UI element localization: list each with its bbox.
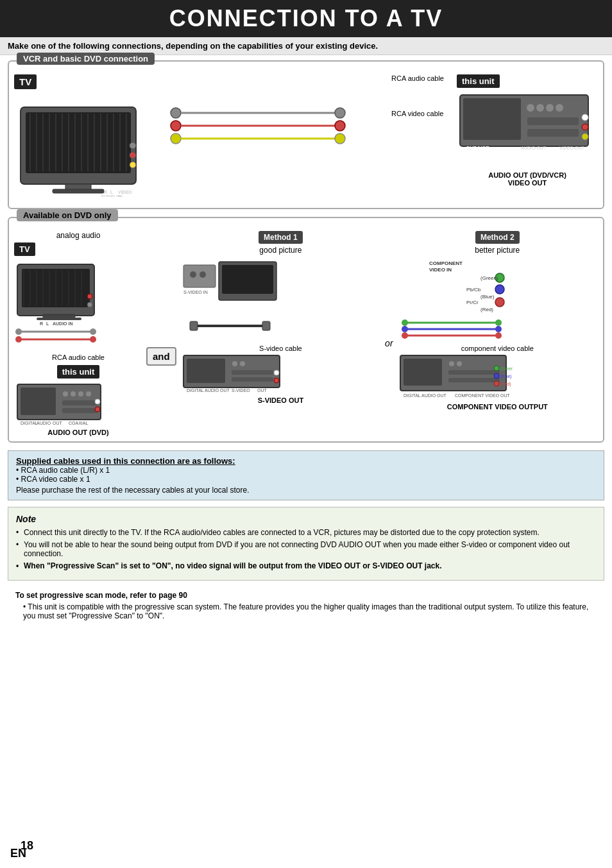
svg-rect-64: [37, 318, 81, 320]
tv-svg: R L VIDEO AUDIO IN IN: [14, 94, 142, 197]
progressive-section: To set progressive scan mode, refer to p…: [8, 587, 604, 624]
svg-text:VIDEO IN: VIDEO IN: [429, 267, 452, 273]
svg-point-72: [15, 328, 22, 335]
svg-point-36: [335, 133, 345, 144]
note-title: Note: [16, 514, 596, 524]
svg-point-114: [495, 285, 504, 294]
svg-text:(Red): (Red): [480, 307, 493, 312]
svg-text:L: L: [110, 190, 114, 194]
note-box: Note Connect this unit directly to the T…: [8, 507, 604, 581]
dvd-unit-svg-analog: DIGITAL AUDIO OUT COAXIAL: [14, 381, 104, 426]
svg-point-34: [335, 108, 345, 118]
svg-rect-19: [53, 189, 104, 193]
svg-point-123: [402, 319, 408, 326]
svg-point-28: [171, 108, 181, 118]
svg-rect-44: [527, 129, 579, 137]
method2-col: Method 2 better picture COMPONENT VIDEO …: [397, 231, 598, 411]
svg-rect-38: [463, 98, 521, 140]
method2-header: Method 2: [475, 231, 520, 244]
svg-point-125: [402, 332, 408, 339]
svg-point-66: [87, 302, 92, 307]
page-wrapper: CONNECTION TO A TV Make one of the follo…: [0, 0, 612, 868]
component-tv-svg: COMPONENT VIDEO IN (Green) Pb/Cb (Blue) …: [397, 259, 513, 316]
vcr-cables-area: RCA audio cable RCA video cable: [157, 74, 449, 203]
svg-text:S-VIDEO IN: S-VIDEO IN: [183, 290, 208, 294]
tv-label: TV: [14, 74, 37, 89]
svg-text:(Blue): (Blue): [500, 374, 512, 379]
cables-info-item-0: • RCA audio cable (L/R) x 1: [16, 466, 596, 475]
svg-rect-92: [183, 265, 216, 287]
svg-text:Pr/Cr: Pr/Cr: [466, 300, 479, 305]
svg-point-126: [495, 319, 502, 326]
cables-info-title: Supplied cables used in this connection …: [16, 456, 596, 466]
svg-point-85: [95, 407, 100, 412]
svg-rect-1: [26, 112, 131, 173]
note-item-0: Connect this unit directly to the TV. If…: [16, 528, 596, 537]
svg-point-124: [402, 326, 408, 332]
svg-rect-100: [187, 359, 225, 383]
dvd-unit-label: this unit: [57, 365, 100, 379]
and-separator: and: [146, 321, 176, 366]
svideo-tv-svg: S-VIDEO IN: [180, 259, 283, 316]
svg-rect-98: [262, 321, 270, 330]
svg-point-93: [190, 271, 196, 278]
svg-text:R: R: [104, 190, 107, 194]
audio-out-dvd-label: AUDIO OUT (DVD): [14, 429, 142, 436]
component-cable: [397, 316, 513, 342]
audio-out-dvd-vcr-label: AUDIO OUT (DVD/VCR) VIDEO OUT: [457, 171, 598, 187]
svg-text:(Blue): (Blue): [480, 294, 495, 300]
svg-point-39: [527, 104, 534, 112]
vcr-cable-svg: [157, 74, 400, 203]
svg-point-21: [130, 152, 136, 158]
method1-sub: good picture: [180, 246, 381, 255]
svg-text:VIDEO: VIDEO: [118, 190, 132, 194]
svg-point-22: [130, 162, 136, 168]
svg-text:COAXIAL: COAXIAL: [69, 421, 88, 425]
rca-video-label: RCA video cable: [391, 110, 449, 117]
svg-point-79: [71, 391, 76, 396]
svg-rect-77: [21, 387, 56, 415]
svg-text:AUDIO IN: AUDIO IN: [53, 321, 73, 325]
svg-text:DIGITAL AUDIO OUT: DIGITAL AUDIO OUT: [187, 388, 230, 393]
svg-text:AUDIO: AUDIO: [37, 421, 51, 425]
svg-rect-91: [222, 265, 273, 294]
dvd-tv-svg: R L AUDIO IN: [14, 261, 104, 325]
svg-point-35: [335, 121, 345, 131]
svg-text:Pb/Cb: Pb/Cb: [466, 287, 481, 293]
svg-point-102: [240, 361, 245, 366]
svg-text:AUDIO-OUT: AUDIO-OUT: [521, 146, 547, 150]
dvd-section-label: Available on DVD only: [17, 209, 118, 221]
svg-point-136: [494, 373, 499, 379]
unit-svg: DVD/VCR AUDIO-OUT VIDEO-OUT: [457, 92, 591, 169]
component-cable-label: component video cable: [397, 345, 598, 352]
analog-audio-col: analog audio TV: [14, 231, 142, 436]
svg-point-137: [494, 381, 499, 386]
svg-point-29: [171, 121, 181, 131]
svg-text:VIDEO-OUT: VIDEO-OUT: [559, 146, 585, 150]
svg-text:OUT: OUT: [53, 421, 63, 425]
svg-point-94: [200, 271, 206, 278]
svg-point-131: [449, 361, 454, 366]
tv-device-area: TV: [14, 74, 149, 197]
svg-text:(Red): (Red): [500, 382, 511, 387]
dvd-section-box: Available on DVD only analog audio TV: [8, 217, 604, 443]
vcr-section-label: VCR and basic DVD connection: [17, 53, 155, 65]
svg-point-80: [78, 391, 83, 396]
svg-point-40: [536, 104, 544, 112]
page-footer: 18 EN: [10, 847, 26, 860]
svg-point-41: [546, 104, 554, 112]
svg-point-84: [95, 399, 100, 404]
note-item-2: When "Progressive Scan" is set to "ON", …: [16, 561, 596, 570]
svg-text:DIGITAL: DIGITAL: [21, 421, 38, 425]
this-unit-area: this unit: [457, 74, 598, 187]
svg-rect-103: [232, 370, 273, 375]
vcr-section-box: VCR and basic DVD connection TV: [8, 60, 604, 209]
component-out-label: COMPONENT VIDEO OUTPUT: [397, 403, 598, 411]
page-title: CONNECTION TO A TV: [0, 5, 612, 32]
analog-audio-label: analog audio: [14, 231, 142, 240]
dvd-unit-svideo: DIGITAL AUDIO OUT S-VIDEO OUT: [180, 352, 283, 394]
svg-point-117: [495, 298, 504, 307]
subtitle-text: Make one of the following connections, d…: [8, 41, 378, 51]
svg-point-127: [495, 326, 502, 332]
cables-info-box: Supplied cables used in this connection …: [8, 450, 604, 500]
